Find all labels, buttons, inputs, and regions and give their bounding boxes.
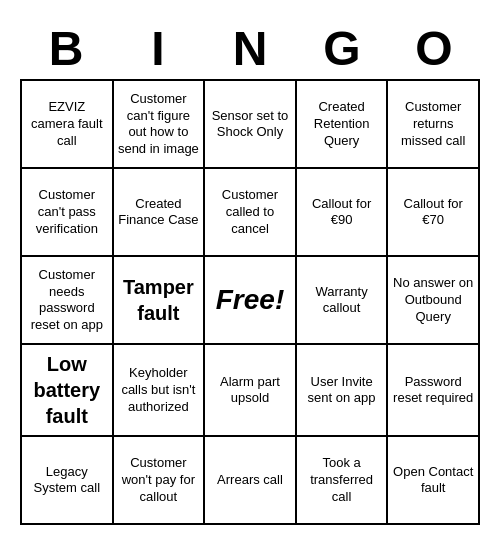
header-letter-I: I <box>112 19 204 80</box>
bingo-cell-21[interactable]: Customer won't pay for callout <box>114 437 206 525</box>
bingo-cell-20[interactable]: Legacy System call <box>22 437 114 525</box>
bingo-cell-15[interactable]: Low battery fault <box>22 345 114 437</box>
bingo-cell-22[interactable]: Arrears call <box>205 437 297 525</box>
bingo-cell-8[interactable]: Callout for €90 <box>297 169 389 257</box>
bingo-cell-24[interactable]: Open Contact fault <box>388 437 480 525</box>
bingo-cell-2[interactable]: Sensor set to Shock Only <box>205 81 297 169</box>
bingo-cell-16[interactable]: Keyholder calls but isn't authorized <box>114 345 206 437</box>
bingo-cell-5[interactable]: Customer can't pass verification <box>22 169 114 257</box>
bingo-cell-6[interactable]: Created Finance Case <box>114 169 206 257</box>
bingo-cell-0[interactable]: EZVIZ camera fault call <box>22 81 114 169</box>
bingo-cell-17[interactable]: Alarm part upsold <box>205 345 297 437</box>
bingo-cell-18[interactable]: User Invite sent on app <box>297 345 389 437</box>
bingo-cell-4[interactable]: Customer returns missed call <box>388 81 480 169</box>
bingo-cell-7[interactable]: Customer called to cancel <box>205 169 297 257</box>
bingo-cell-10[interactable]: Customer needs password reset on app <box>22 257 114 345</box>
header-letter-G: G <box>296 19 388 80</box>
header-letter-N: N <box>204 19 296 80</box>
bingo-cell-1[interactable]: Customer can't figure out how to send in… <box>114 81 206 169</box>
bingo-cell-23[interactable]: Took a transferred call <box>297 437 389 525</box>
header-letter-O: O <box>388 19 480 80</box>
bingo-cell-11[interactable]: Tamper fault <box>114 257 206 345</box>
bingo-cell-14[interactable]: No answer on Outbound Query <box>388 257 480 345</box>
bingo-cell-12[interactable]: Free! <box>205 257 297 345</box>
bingo-cell-19[interactable]: Password reset required <box>388 345 480 437</box>
bingo-header: BINGO <box>20 19 480 80</box>
bingo-grid: EZVIZ camera fault callCustomer can't fi… <box>20 79 480 525</box>
header-letter-B: B <box>20 19 112 80</box>
bingo-cell-3[interactable]: Created Retention Query <box>297 81 389 169</box>
bingo-cell-13[interactable]: Warranty callout <box>297 257 389 345</box>
bingo-card: BINGO EZVIZ camera fault callCustomer ca… <box>10 9 490 536</box>
bingo-cell-9[interactable]: Callout for €70 <box>388 169 480 257</box>
